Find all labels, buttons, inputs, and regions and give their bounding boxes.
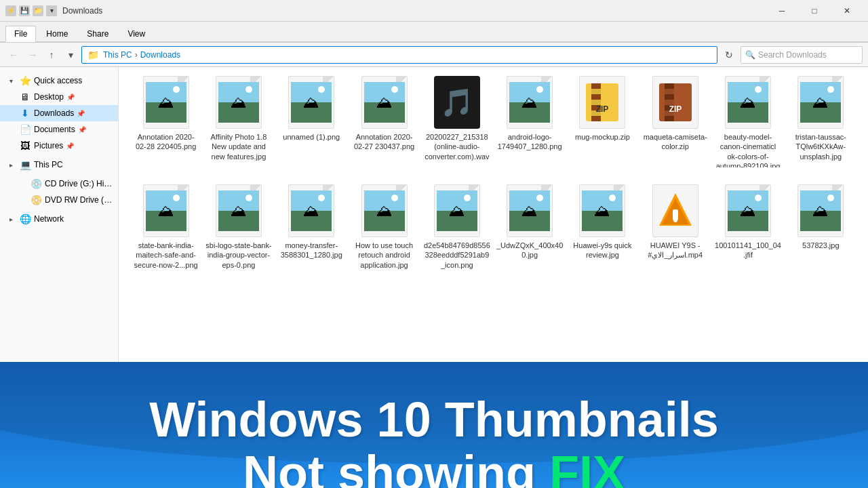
sidebar-item-quick-access[interactable]: ▾ ⭐ Quick access: [0, 73, 118, 89]
close-button[interactable]: ✕: [831, 1, 863, 21]
svg-rect-7: [659, 83, 692, 121]
desktop-icon: 🖥: [19, 91, 31, 103]
path-icon: 📁: [87, 49, 99, 60]
file-name: maqueta-camiseta-color.zip: [642, 132, 709, 152]
file-name: money-transfer-3588301_1280.jpg: [278, 241, 345, 260]
file-item[interactable]: sbi-logo-state-bank-india-group-vector-e…: [202, 178, 275, 275]
file-icon: 🎵: [430, 75, 484, 129]
refresh-button[interactable]: ↻: [720, 46, 738, 64]
maximize-button[interactable]: □: [799, 1, 830, 21]
thumbnail: [800, 82, 841, 123]
doc-background: [216, 76, 262, 129]
file-icon: ZIP: [575, 75, 629, 129]
toggle-icon: ▾: [5, 75, 16, 86]
path-this-pc[interactable]: This PC: [103, 50, 132, 60]
pictures-icon: 🖼: [19, 140, 31, 152]
file-icon: [357, 184, 412, 238]
tab-share[interactable]: Share: [78, 26, 117, 41]
this-pc-label: This PC: [34, 160, 63, 169]
file-item[interactable]: money-transfer-3588301_1280.jpg: [275, 178, 348, 275]
forward-button[interactable]: →: [24, 47, 41, 63]
back-button[interactable]: ←: [5, 47, 22, 63]
folder-icon: 📁: [33, 5, 43, 16]
sidebar-item-dvd-drive[interactable]: 📀 DVD RW Drive (E:) Be: [0, 192, 118, 208]
search-placeholder: Search Downloads: [758, 50, 827, 60]
svg-rect-2: [591, 83, 601, 89]
file-icon: [212, 184, 266, 238]
file-item[interactable]: tristan-taussac-TQlw6tKXkAw-unsplash.jpg: [785, 70, 857, 173]
svg-text:ZIP: ZIP: [669, 104, 682, 114]
svg-rect-3: [591, 94, 601, 100]
sidebar-item-documents[interactable]: 📄 Documents 📌: [0, 121, 118, 138]
doc-background: [797, 76, 844, 129]
file-item[interactable]: beauty-model-canon-cinematicl ok-colors-…: [711, 70, 784, 173]
file-item[interactable]: _UdwZQxK_400x400.jpg: [493, 178, 566, 275]
file-item[interactable]: Annotation 2020-02-28 220405.png: [130, 70, 202, 173]
file-name: d2e54b84769d8556328eedddf5291ab9_icon.pn…: [423, 241, 490, 270]
pin-icon: 📌: [66, 94, 75, 101]
sidebar-item-downloads[interactable]: ⬇ Downloads 📌: [0, 105, 118, 121]
thumbnail: [728, 190, 768, 231]
file-item[interactable]: ZIP maqueta-camiseta-color.zip: [639, 70, 711, 173]
file-icon: [575, 184, 629, 238]
minimize-button[interactable]: ─: [766, 1, 797, 21]
file-item[interactable]: state-bank-india-maitech-safe-and-secure…: [130, 178, 202, 275]
file-item[interactable]: ZIP mug-mockup.zip: [566, 70, 639, 173]
search-box[interactable]: 🔍 Search Downloads: [741, 46, 863, 64]
thumbnail: [146, 82, 186, 123]
tab-view[interactable]: View: [119, 26, 154, 41]
audio-disc-icon: 🎵: [440, 87, 474, 119]
files-row-1: Annotation 2020-02-28 220405.png Affinit…: [119, 67, 868, 176]
file-item[interactable]: 🎵 20200227_215318 (online-audio-converte…: [420, 70, 493, 173]
file-name: HUAWEI Y9S - #اسرار_الاي.mp4: [642, 241, 709, 260]
star-icon: ⭐: [19, 75, 31, 87]
vlc-icon-svg: [658, 190, 693, 231]
sidebar-item-desktop[interactable]: 🖥 Desktop 📌: [0, 89, 118, 105]
sidebar-item-pictures[interactable]: 🖼 Pictures 📌: [0, 138, 118, 154]
doc-background: [143, 184, 189, 237]
quick-access-label: Quick access: [34, 76, 82, 85]
file-name: _UdwZQxK_400x400.jpg: [496, 241, 563, 260]
svg-rect-12: [665, 116, 674, 121]
path-downloads[interactable]: Downloads: [140, 50, 180, 60]
toggle-icon: [16, 178, 27, 189]
thumbnail: [291, 190, 332, 231]
file-name: Annotation 2020-02-28 220405.png: [132, 132, 199, 152]
address-path[interactable]: 📁 This PC › Downloads: [81, 46, 717, 64]
doc-background: [143, 76, 189, 129]
banner-line1: Windows 10 Thumbnails: [149, 393, 718, 447]
sidebar-item-cd-drive[interactable]: 💿 CD Drive (G:) HiSuite: [0, 176, 118, 192]
up-button[interactable]: ↑: [43, 47, 60, 63]
file-item[interactable]: How to use touch retouch android applica…: [348, 178, 420, 275]
file-item[interactable]: 100101141_100_04.jfif: [711, 178, 784, 275]
downloads-icon: ⬇: [19, 107, 31, 119]
save-icon: 💾: [19, 5, 30, 16]
file-icon: [793, 184, 848, 238]
banner-line2: Not showing FIX: [243, 447, 625, 488]
thumbnail: [437, 190, 477, 231]
file-item[interactable]: d2e54b84769d8556328eedddf5291ab9_icon.pn…: [420, 178, 493, 275]
overlay-banner: Windows 10 Thumbnails Not showing FIX: [0, 362, 868, 488]
tab-file[interactable]: File: [5, 26, 36, 42]
thumbnail: [364, 82, 405, 123]
sidebar-item-this-pc[interactable]: ▸ 💻 This PC: [0, 157, 118, 173]
file-icon: [284, 75, 338, 129]
file-item[interactable]: android-logo-1749407_1280.png: [493, 70, 566, 173]
file-item[interactable]: unnamed (1).png: [275, 70, 348, 173]
thumbnail: [291, 82, 332, 123]
thumbnail: [509, 82, 550, 123]
doc-background: [797, 184, 844, 237]
file-item[interactable]: 537823.jpg: [785, 178, 857, 275]
sidebar-item-network[interactable]: ▸ 🌐 Network: [0, 211, 118, 227]
tab-home[interactable]: Home: [37, 26, 77, 41]
file-item[interactable]: Huawei-y9s quick review.jpg: [566, 178, 639, 275]
computer-icon: 💻: [19, 159, 31, 171]
ribbon: File Home Share View: [0, 22, 868, 43]
file-item[interactable]: Affinity Photo 1.8 New update and new fe…: [202, 70, 275, 173]
window-controls: ─ □ ✕: [766, 1, 863, 21]
file-icon: [212, 75, 266, 129]
file-name: tristan-taussac-TQlw6tKXkAw-unsplash.jpg: [787, 132, 854, 161]
file-item[interactable]: HUAWEI Y9S - #اسرار_الاي.mp4: [639, 178, 711, 275]
recent-locations-button[interactable]: ▾: [62, 47, 79, 63]
file-item[interactable]: Annotation 2020-02-27 230437.png: [348, 70, 420, 173]
